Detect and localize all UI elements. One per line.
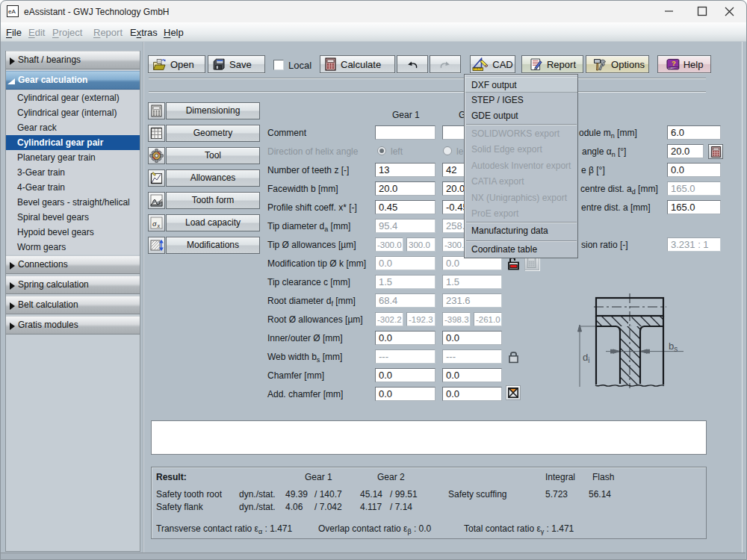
svg-text:σ: σ — [152, 219, 157, 228]
svg-text:?: ? — [672, 59, 676, 67]
svg-text:di: di — [583, 352, 589, 364]
svg-text:bs: bs — [669, 340, 678, 353]
svg-text:x: x — [157, 223, 161, 229]
